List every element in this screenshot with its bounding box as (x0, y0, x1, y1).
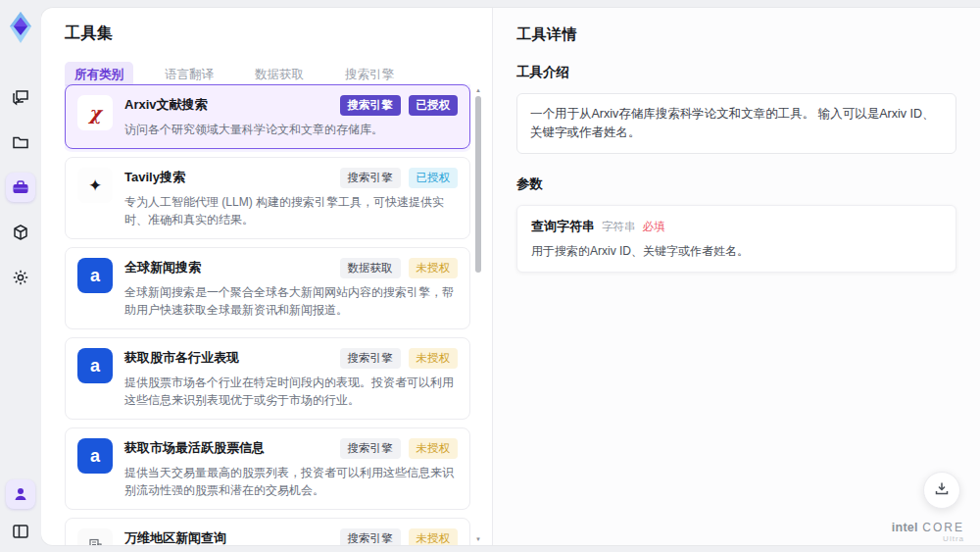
param-type: 字符串 (602, 220, 636, 234)
sidebar-item-profile[interactable] (6, 479, 35, 509)
auth-badge: 已授权 (409, 95, 459, 116)
sidebar-item-panel[interactable] (6, 517, 35, 546)
tool-card[interactable]: ✦Tavily搜索搜索引擎已授权专为人工智能代理 (LLM) 构建的搜索引擎工具… (65, 157, 470, 239)
scroll-down-icon[interactable]: ▼ (474, 535, 482, 543)
arxiv-icon: χ (77, 95, 113, 130)
scrollbar[interactable]: ▲ ▼ (474, 86, 482, 543)
sidebar-item-settings[interactable] (6, 263, 35, 292)
param-name: 查询字符串 (531, 218, 595, 235)
tool-desc: 全球新闻搜索是一个聚合全球各大新闻网站内容的搜索引擎，帮助用户快速获取全球最新资… (124, 283, 458, 319)
stock-app-icon: a (77, 438, 113, 474)
tool-desc: 提供当天交易量最高的股票列表，投资者可以利用这些信息来识别流动性强的股票和潜在的… (124, 464, 458, 499)
intel-core-logo: intel CORE Ultra (892, 518, 964, 544)
auth-badge: 未授权 (409, 528, 459, 545)
param-card: 查询字符串 字符串 必填 用于搜索的Arxiv ID、关键字或作者姓名。 (516, 205, 956, 273)
intel-sub-text: Ultra (892, 535, 964, 544)
tool-desc: 专为人工智能代理 (LLM) 构建的搜索引擎工具，可快速提供实时、准确和真实的结… (124, 193, 458, 228)
tool-name: 万维地区新闻查询 (124, 528, 332, 545)
tool-card[interactable]: a获取市场最活跃股票信息搜索引擎未授权提供当天交易量最高的股票列表，投资者可以利… (65, 427, 470, 510)
sidebar-item-toolbox[interactable] (6, 173, 35, 202)
category-badge: 搜索引擎 (340, 95, 401, 116)
intro-heading: 工具介绍 (516, 64, 956, 81)
folder-icon (11, 132, 30, 152)
cube-icon (11, 223, 30, 242)
tool-list: χArxiv文献搜索搜索引擎已授权访问各个研究领域大量科学论文和文章的存储库。✦… (65, 84, 470, 545)
chat-icon (11, 87, 30, 107)
param-desc: 用于搜索的Arxiv ID、关键字或作者姓名。 (531, 243, 942, 260)
detail-title: 工具详情 (516, 25, 956, 44)
tool-name: Arxiv文献搜索 (124, 95, 332, 114)
news-app-icon: a (77, 258, 113, 293)
intro-text: 一个用于从Arxiv存储库搜索科学论文和文章的工具。 输入可以是Arxiv ID… (516, 93, 956, 154)
tool-card[interactable]: a全球新闻搜索数据获取未授权全球新闻搜索是一个聚合全球各大新闻网站内容的搜索引擎… (65, 247, 470, 329)
tool-name: Tavily搜索 (124, 168, 332, 186)
gear-icon (11, 268, 30, 287)
download-button[interactable] (923, 472, 960, 509)
gem-logo-icon (4, 10, 37, 45)
tool-card[interactable]: 万维地区新闻查询搜索引擎未授权查询具体行政区划内的新闻，快速了解各地新闻动 (65, 518, 470, 545)
stock-app-icon: a (77, 348, 113, 383)
star-icon: ✦ (77, 168, 113, 203)
intel-product-text: CORE (922, 521, 964, 534)
building-icon (77, 528, 113, 545)
download-icon (934, 480, 950, 500)
tool-desc: 访问各个研究领域大量科学论文和文章的存储库。 (124, 121, 458, 138)
intel-brand-text: intel (892, 521, 918, 534)
tool-detail-pane: 工具详情 工具介绍 一个用于从Arxiv存储库搜索科学论文和文章的工具。 输入可… (492, 8, 980, 545)
params-heading: 参数 (516, 176, 956, 193)
category-badge: 搜索引擎 (340, 348, 401, 369)
tool-name: 全球新闻搜索 (124, 258, 332, 276)
scroll-up-icon[interactable]: ▲ (474, 86, 482, 94)
auth-badge: 已授权 (409, 168, 459, 188)
tool-card[interactable]: a获取股市各行业表现搜索引擎未授权提供股票市场各个行业在特定时间段内的表现。投资… (65, 337, 470, 420)
scrollbar-thumb[interactable] (475, 96, 481, 273)
auth-badge: 未授权 (409, 258, 459, 278)
sidebar-item-packages[interactable] (6, 218, 35, 247)
tool-name: 获取股市各行业表现 (124, 348, 332, 367)
category-badge: 数据获取 (340, 258, 401, 278)
tool-list-pane: 工具集 所有类别语言翻译数据获取搜索引擎 χArxiv文献搜索搜索引擎已授权访问… (41, 8, 492, 545)
main-panel: 工具集 所有类别语言翻译数据获取搜索引擎 χArxiv文献搜索搜索引擎已授权访问… (41, 8, 980, 545)
auth-badge: 未授权 (409, 438, 459, 459)
category-badge: 搜索引擎 (340, 168, 401, 188)
sidebar-item-files[interactable] (6, 127, 35, 157)
tool-card[interactable]: χArxiv文献搜索搜索引擎已授权访问各个研究领域大量科学论文和文章的存储库。 (65, 84, 470, 149)
tool-name: 获取市场最活跃股票信息 (124, 438, 332, 457)
sidebar-item-chat[interactable] (6, 82, 35, 112)
auth-badge: 未授权 (409, 348, 459, 369)
app-sidebar (0, 0, 41, 552)
briefcase-icon (11, 177, 30, 197)
tool-desc: 提供股票市场各个行业在特定时间段内的表现。投资者可以利用这些信息来识别表现优于或… (124, 374, 458, 409)
layout-icon (11, 522, 30, 541)
category-badge: 搜索引擎 (340, 438, 401, 459)
page-title: 工具集 (65, 24, 492, 44)
category-badge: 搜索引擎 (340, 528, 401, 545)
param-required-badge: 必填 (643, 220, 665, 234)
user-icon (11, 484, 30, 504)
